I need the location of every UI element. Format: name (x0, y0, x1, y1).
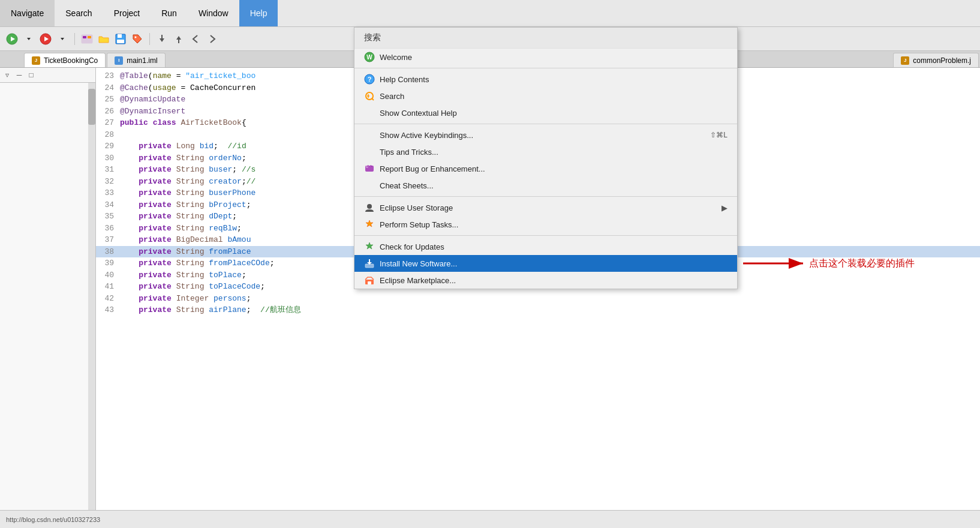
code-line-42: 42 private Integer persons; (96, 293, 980, 305)
svg-point-29 (367, 204, 372, 209)
dropdown-help-contents[interactable]: ? Help Contents (354, 71, 737, 88)
menubar-search[interactable]: Search (55, 0, 103, 26)
menubar-help[interactable]: Help (239, 0, 278, 26)
keybindings-label: Show Active Keybindings... (380, 131, 473, 140)
report-bug-label: Report Bug or Enhancement... (380, 164, 485, 173)
java-file-icon-right: J (901, 56, 909, 65)
dropdown-install-software[interactable]: Install New Software... 点击这个装载必要的插件 (354, 255, 737, 272)
dropdown-setup-tasks[interactable]: Perform Setup Tasks... (354, 216, 737, 233)
dropdown-search[interactable]: Search (354, 88, 737, 104)
help-dropdown: 搜索 W Welcome ? Help Contents (354, 27, 738, 289)
menubar-run[interactable]: Run (151, 0, 188, 26)
check-updates-icon (364, 241, 375, 252)
tag-button[interactable] (130, 32, 145, 46)
dropdown-user-storage[interactable]: Eclipse User Storage ▶ (354, 199, 737, 216)
project-tree[interactable] (0, 83, 95, 510)
build-button[interactable] (80, 32, 94, 46)
bug-icon (364, 163, 375, 174)
setup-tasks-icon (364, 219, 375, 230)
svg-line-22 (372, 98, 374, 100)
nav-down-button[interactable] (155, 32, 169, 46)
dropdown-tips[interactable]: Tips and Tricks... (354, 143, 737, 160)
dropdown-contextual-help[interactable]: Show Contextual Help (354, 104, 737, 121)
dropdown-check-updates[interactable]: Check for Updates (354, 238, 737, 255)
svg-text:W: W (366, 54, 372, 61)
separator-2 (149, 33, 150, 45)
menubar: Navigate Search Project Run Window Help (0, 0, 980, 27)
dropdown-report-bug[interactable]: Report Bug or Enhancement... (354, 160, 737, 177)
java-file-icon: J (32, 56, 40, 65)
dropdown-search-header: 搜索 (354, 28, 737, 49)
forward-button[interactable] (205, 32, 220, 46)
menubar-project[interactable]: Project (103, 0, 151, 26)
user-storage-label: Eclipse User Storage (380, 203, 453, 212)
open-button[interactable] (97, 32, 111, 46)
back-button[interactable] (188, 32, 203, 46)
tab-ticketbooking[interactable]: J TicketBookingCo (24, 53, 106, 67)
iml-file-icon: I (115, 56, 123, 65)
contextual-help-label: Show Contextual Help (380, 109, 457, 118)
nav-up-button[interactable] (172, 32, 186, 46)
search-icon (364, 91, 375, 101)
sep-1 (354, 68, 737, 68)
dropdown-welcome[interactable]: W Welcome (354, 49, 737, 65)
status-url: http://blog.csdn.net/u010327233 (6, 516, 100, 523)
cheat-sheets-label: Cheat Sheets... (380, 181, 434, 190)
marketplace-label: Eclipse Marketplace... (380, 276, 456, 285)
tips-icon (364, 146, 375, 157)
svg-rect-10 (118, 34, 122, 38)
debug-button[interactable] (38, 32, 53, 46)
keybindings-icon (364, 130, 375, 140)
menubar-navigate[interactable]: Navigate (0, 0, 55, 26)
separator-1 (74, 33, 75, 45)
svg-rect-35 (368, 281, 371, 284)
setup-tasks-label: Perform Setup Tasks... (380, 220, 458, 229)
run-button[interactable] (5, 32, 19, 46)
welcome-label: Welcome (380, 53, 412, 62)
svg-rect-8 (88, 36, 91, 38)
keybindings-shortcut: ⇧⌘L (710, 131, 728, 139)
svg-marker-5 (61, 38, 64, 40)
help-contents-icon: ? (364, 74, 375, 85)
panel-controls: ▿ ─ □ (0, 68, 95, 83)
install-software-label: Install New Software... (380, 259, 457, 268)
dropdown-keybindings[interactable]: Show Active Keybindings... ⇧⌘L (354, 127, 737, 143)
maximize-button[interactable]: □ (26, 70, 36, 80)
svg-marker-14 (160, 38, 164, 42)
tab-label: commonProblem.j (913, 56, 971, 65)
dropdown-cheat-sheets[interactable]: Cheat Sheets... (354, 177, 737, 194)
marketplace-icon (364, 275, 375, 286)
tab-label: TicketBookingCo (44, 56, 98, 65)
save-button[interactable] (113, 32, 128, 46)
cheat-sheets-icon (364, 180, 375, 191)
debug-dropdown[interactable] (55, 32, 70, 46)
svg-rect-7 (83, 36, 86, 38)
code-line-43: 43 private String airPlane; //航班信息 (96, 304, 980, 316)
contextual-help-icon (364, 107, 375, 118)
tab-main1iml[interactable]: I main1.iml (107, 53, 165, 67)
svg-text:?: ? (368, 76, 372, 83)
dropdown-marketplace[interactable]: Eclipse Marketplace... (354, 272, 737, 289)
help-contents-label: Help Contents (380, 75, 429, 84)
sep-4 (354, 235, 737, 236)
svg-rect-11 (117, 40, 124, 43)
sep-3 (354, 196, 737, 197)
svg-marker-16 (176, 36, 181, 40)
tips-label: Tips and Tricks... (380, 148, 438, 157)
collapse-button[interactable]: ▿ (2, 70, 12, 80)
install-software-icon (364, 258, 375, 269)
svg-marker-2 (27, 38, 31, 40)
user-storage-icon (364, 202, 375, 213)
minimize-button[interactable]: ─ (14, 70, 24, 80)
tab-commonproblem[interactable]: J commonProblem.j (893, 53, 979, 67)
search-label: Search (380, 92, 404, 101)
run-dropdown[interactable] (22, 32, 36, 46)
menubar-window[interactable]: Window (188, 0, 239, 26)
left-panel: ▿ ─ □ (0, 68, 96, 510)
tab-label: main1.iml (127, 56, 157, 65)
svg-point-12 (135, 36, 137, 38)
statusbar: http://blog.csdn.net/u010327233 (0, 510, 980, 528)
welcome-icon: W (364, 52, 375, 62)
check-updates-label: Check for Updates (380, 242, 444, 251)
sep-2 (354, 124, 737, 124)
